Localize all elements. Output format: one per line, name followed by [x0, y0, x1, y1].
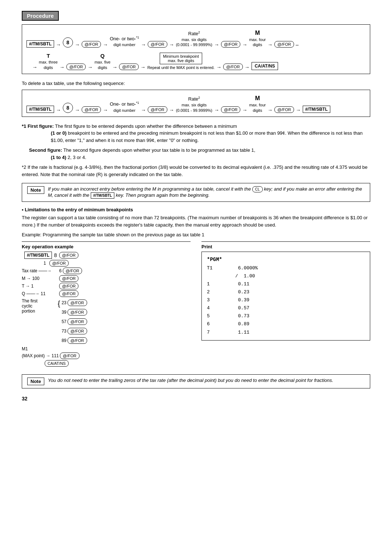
key-for6: @/FOR	[119, 64, 138, 70]
brace-row-73: 73 @/FOR	[62, 328, 87, 334]
note2-box: Note You do not need to enter the traili…	[22, 374, 370, 388]
note2-label: Note	[27, 378, 44, 385]
ko-row-tax: Tax rate ——→ 6 @/FOR	[22, 268, 191, 274]
arrow1: →	[56, 42, 61, 48]
procedure-diagram: #/TM/SBTL → 8 → @/FOR → One- or two-*1 d…	[22, 24, 370, 74]
ko-row-m1: M1	[22, 346, 191, 351]
min-breakpoint: Minimum breakpointmax. five digits Repea…	[147, 53, 215, 70]
print-divider: / 1.00	[207, 272, 365, 280]
example-columns: Key operation example #/TM/SBTL 8 @/FOR …	[22, 241, 370, 368]
q-key: Q max. fivedigits	[94, 53, 110, 70]
brace-row-39: 39 @/FOR	[62, 309, 87, 315]
print-5: 5 0.73	[207, 312, 365, 320]
arrow14: →	[216, 64, 221, 70]
key-8: 8	[63, 37, 73, 48]
example-intro: Example: Programming the sample tax tabl…	[22, 231, 370, 239]
t-key: T max. threedigits	[39, 53, 58, 70]
print-t1: T1 6.0000%	[207, 264, 365, 272]
ko-brace-group: The firstcyclicportion { 23 @/FOR 39 @/F…	[22, 298, 191, 345]
key-for2: @/FOR	[148, 41, 167, 48]
key-operation-column: Key operation example #/TM/SBTL 8 @/FOR …	[22, 241, 191, 368]
limitations-section: • Limitations to the entry of minimum br…	[22, 207, 370, 228]
procedure-header: Procedure	[22, 11, 370, 24]
del-key-for2: @/FOR	[148, 106, 167, 113]
key-for7: @/FOR	[223, 64, 242, 70]
page-number: 32	[22, 396, 370, 402]
brace-row-89: 89 @/FOR	[62, 337, 87, 344]
del-key-for3: @/FOR	[221, 106, 240, 113]
del-key-tm-sbtl2: #/TM/SBTL	[303, 106, 330, 113]
del-rate: Rate2 max. six digits(0.0001 - 99.9999%)	[176, 96, 212, 113]
arrow8: →	[268, 42, 273, 48]
key-for3: @/FOR	[221, 41, 240, 48]
print-7: 7 1.11	[207, 329, 365, 337]
diagram-row2: → T max. threedigits → @/FOR → Q max. fi…	[32, 51, 366, 70]
arrow15: →	[245, 64, 250, 70]
arrow6: →	[214, 42, 219, 48]
note1-box: Note If you make an incorrect entry befo…	[22, 183, 370, 202]
print-6: 6 0.89	[207, 320, 365, 328]
print-3: 3 0.39	[207, 296, 365, 304]
procedure-title: Procedure	[22, 11, 59, 21]
ko-row-caatns: CA/AT/NS	[22, 360, 191, 367]
arrow5: →	[169, 42, 174, 48]
limitations-title: • Limitations to the entry of minimum br…	[22, 207, 370, 212]
arrow3: →	[103, 42, 108, 48]
footnote1: *1 First figure: The first figure to be …	[22, 123, 370, 144]
del-key-tm-sbtl: #/TM/SBTL	[26, 106, 54, 113]
print-header: Print	[201, 244, 370, 249]
key-for1: @/FOR	[82, 41, 101, 48]
key-op-header: Key operation example	[22, 244, 191, 249]
arrow12: →	[112, 64, 117, 70]
ko-row-q: Q ——→ 11 @/FOR	[22, 290, 191, 297]
m-key: M max. fourdigits	[249, 30, 266, 48]
del-key-8: 8	[63, 103, 73, 113]
arrow13: →	[140, 64, 146, 70]
one-or-two: One- or two-*1 digit number	[110, 36, 139, 48]
delete-diagram-row: #/TM/SBTL → 8 → @/FOR → One- or two-*1 d…	[26, 95, 366, 113]
note1-text: If you make an incorrect entry before en…	[48, 186, 365, 199]
ko-row-m: M → 100 @/FOR	[22, 275, 191, 282]
diagram-row1: #/TM/SBTL → 8 → @/FOR → One- or two-*1 d…	[26, 30, 366, 48]
print-column: Print *PGM* T1 6.0000% / 1.00 1 0.11 2 0…	[201, 241, 370, 368]
ca-at-ns: CA/AT/NS	[252, 62, 278, 70]
limitations-text: The register can support a tax table con…	[22, 214, 370, 228]
del-key-for4: @/FOR	[274, 106, 294, 113]
print-output: *PGM* T1 6.0000% / 1.00 1 0.11 2 0.23 3 …	[201, 252, 370, 341]
note2-text: You do not need to enter the trailing ze…	[48, 378, 333, 383]
arrow9: –	[296, 42, 299, 48]
brace-row-57: 57 @/FOR	[62, 318, 87, 325]
arrow7: →	[242, 42, 247, 48]
key-tm-sbtl: #/TM/SBTL	[26, 40, 54, 48]
brace-row-23: 23 @/FOR	[62, 300, 87, 306]
arrow2: →	[75, 42, 80, 48]
arrow11: →	[87, 64, 93, 70]
arrow10: →	[60, 64, 65, 70]
del-one-or-two: One- or two-*1 digit number	[110, 101, 139, 113]
ko-row-max: (MAX point) → 111 @/FOR	[22, 353, 191, 359]
ko-row-2: 1 @/FOR	[22, 260, 191, 266]
print-pgm: *PGM*	[207, 256, 365, 264]
footnote3: *2 If the rate is fractional (e.g. 4-3/8…	[22, 164, 370, 178]
ko-row-1: #/TM/SBTL 8 @/FOR	[22, 252, 191, 259]
del-key-for1: @/FOR	[82, 106, 101, 113]
print-1: 1 0.11	[207, 280, 365, 288]
rate: Rate2 max. six digits(0.0001 - 99.9999%)	[176, 30, 212, 48]
key-for4: @/FOR	[274, 41, 294, 48]
del-m-key: M max. fourdigits	[249, 95, 266, 113]
print-2: 2 0.23	[207, 288, 365, 296]
note1-label: Note	[27, 186, 44, 194]
arrow4: →	[141, 42, 146, 48]
footnote2: Second figure: The second figure depends…	[22, 147, 370, 161]
ko-row-t: T → 1 @/FOR	[22, 283, 191, 289]
key-for5: @/FOR	[66, 64, 86, 70]
delete-diagram: #/TM/SBTL → 8 → @/FOR → One- or two-*1 d…	[22, 90, 370, 117]
delete-text: To delete a tax table, use the following…	[22, 80, 370, 87]
print-4: 4 0.57	[207, 304, 365, 312]
